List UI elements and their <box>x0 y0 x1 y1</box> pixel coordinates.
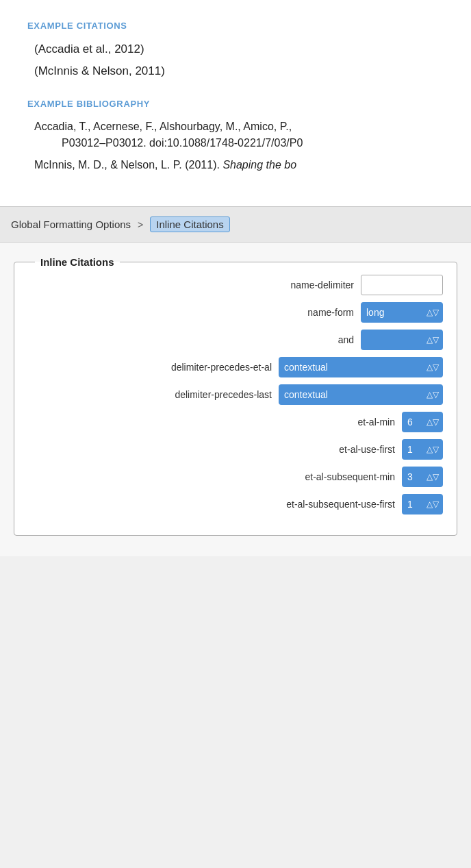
fieldset-legend: Inline Citations <box>35 256 120 268</box>
et-al-min-label: et-al-min <box>244 417 395 427</box>
et-al-use-first-select[interactable]: 1 2 3 4 5 <box>402 439 443 460</box>
et-al-subsequent-use-first-label: et-al-subsequent-use-first <box>244 499 395 510</box>
name-delimiter-input[interactable] <box>361 275 443 295</box>
delimiter-precedes-last-row: delimiter-precedes-last contextual alway… <box>28 384 443 405</box>
et-al-subsequent-use-first-select[interactable]: 1 2 3 4 5 <box>402 494 443 514</box>
and-select-wrapper: symbol text △▽ <box>361 330 443 350</box>
et-al-subsequent-min-row: et-al-subsequent-min 3 1 2 4 5 △▽ <box>28 467 443 487</box>
citation-list: (Accadia et al., 2012) (McInnis & Nelson… <box>34 40 444 79</box>
bibliography-item-2: McInnis, M. D., & Nelson, L. P. (2011). … <box>34 157 444 173</box>
delimiter-precedes-et-al-select-wrapper: contextual always never after-inverted-n… <box>279 357 443 377</box>
inline-citations-fieldset: Inline Citations name-delimiter name-for… <box>14 256 457 536</box>
et-al-min-wrapper: 6 1 2 3 4 5 7 8 △▽ <box>402 412 443 432</box>
example-bibliography-label: EXAMPLE BIBLIOGRAPHY <box>27 99 444 109</box>
citation-item-2: (McInnis & Nelson, 2011) <box>34 62 444 80</box>
name-form-label: name-form <box>203 307 354 318</box>
et-al-subsequent-min-label: et-al-subsequent-min <box>244 471 395 482</box>
et-al-subsequent-use-first-wrapper: 1 2 3 4 5 △▽ <box>402 494 443 514</box>
et-al-min-row: et-al-min 6 1 2 3 4 5 7 8 △▽ <box>28 412 443 432</box>
breadcrumb-arrow: > <box>138 219 143 230</box>
name-delimiter-label: name-delimiter <box>203 280 354 290</box>
et-al-use-first-wrapper: 1 2 3 4 5 △▽ <box>402 439 443 460</box>
name-form-row: name-form long short count △▽ <box>28 302 443 323</box>
delimiter-precedes-last-select[interactable]: contextual always never after-inverted-n… <box>279 384 443 405</box>
breadcrumb-current[interactable]: Inline Citations <box>150 216 229 232</box>
form-panel: Inline Citations name-delimiter name-for… <box>0 243 471 556</box>
delimiter-precedes-last-label: delimiter-precedes-last <box>121 389 272 400</box>
breadcrumb-parent[interactable]: Global Formatting Options <box>11 219 131 230</box>
name-form-select[interactable]: long short count <box>361 302 443 323</box>
name-delimiter-row: name-delimiter <box>28 275 443 295</box>
breadcrumb-bar: Global Formatting Options > Inline Citat… <box>0 207 471 243</box>
and-select[interactable]: symbol text <box>361 330 443 350</box>
bibliography-item-1: Accadia, T., Acernese, F., Alshourbagy, … <box>34 119 444 151</box>
et-al-subsequent-min-wrapper: 3 1 2 4 5 △▽ <box>402 467 443 487</box>
et-al-subsequent-min-select[interactable]: 3 1 2 4 5 <box>402 467 443 487</box>
et-al-subsequent-use-first-row: et-al-subsequent-use-first 1 2 3 4 5 △▽ <box>28 494 443 514</box>
delimiter-precedes-et-al-select[interactable]: contextual always never after-inverted-n… <box>279 357 443 377</box>
and-label: and <box>203 334 354 345</box>
delimiter-precedes-et-al-row: delimiter-precedes-et-al contextual alwa… <box>28 357 443 377</box>
and-row: and symbol text △▽ <box>28 330 443 350</box>
delimiter-precedes-last-select-wrapper: contextual always never after-inverted-n… <box>279 384 443 405</box>
citation-item-1: (Accadia et al., 2012) <box>34 40 444 58</box>
bibliography-list: Accadia, T., Acernese, F., Alshourbagy, … <box>34 119 444 173</box>
example-citations-label: EXAMPLE CITATIONS <box>27 21 444 31</box>
top-panel: EXAMPLE CITATIONS (Accadia et al., 2012)… <box>0 0 471 207</box>
delimiter-precedes-et-al-label: delimiter-precedes-et-al <box>121 362 272 373</box>
et-al-use-first-row: et-al-use-first 1 2 3 4 5 △▽ <box>28 439 443 460</box>
et-al-min-select[interactable]: 6 1 2 3 4 5 7 8 <box>402 412 443 432</box>
name-form-select-wrapper: long short count △▽ <box>361 302 443 323</box>
et-al-use-first-label: et-al-use-first <box>244 444 395 455</box>
